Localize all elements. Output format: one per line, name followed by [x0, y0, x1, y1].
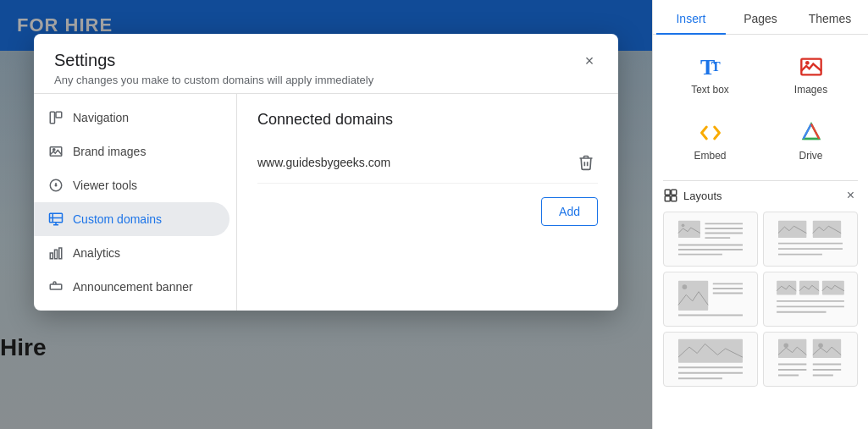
add-button-row: Add — [257, 197, 598, 226]
svg-rect-13 — [50, 284, 62, 289]
svg-point-3 — [53, 149, 55, 151]
svg-point-6 — [55, 184, 57, 186]
svg-text:T: T — [711, 59, 721, 74]
svg-point-53 — [783, 343, 788, 348]
layout-card-6[interactable] — [763, 332, 858, 387]
nav-item-custom-domains[interactable]: Custom domains — [34, 202, 229, 236]
nav-item-custom-domains-label: Custom domains — [73, 212, 162, 226]
nav-item-announcement-banner[interactable]: Announcement banner — [34, 270, 229, 304]
tab-pages[interactable]: Pages — [726, 0, 795, 34]
svg-rect-52 — [778, 339, 806, 358]
insert-textbox-label: Text box — [691, 84, 729, 96]
insert-items-grid: T T Text box Images — [663, 45, 858, 170]
nav-item-announcement-banner-label: Announcement banner — [73, 280, 193, 294]
navigation-icon — [47, 109, 64, 126]
nav-item-brand-images[interactable]: Brand images — [34, 135, 229, 168]
custom-domains-icon — [47, 211, 64, 228]
layouts-header-left: Layouts — [663, 188, 722, 203]
svg-rect-1 — [56, 112, 62, 118]
text-box-icon: T T — [697, 53, 724, 80]
content-title: Connected domains — [257, 111, 598, 129]
settings-modal: Settings Any changes you make to custom … — [34, 34, 618, 311]
svg-rect-48 — [678, 339, 743, 363]
insert-images-label: Images — [794, 84, 827, 96]
svg-rect-18 — [665, 190, 670, 195]
add-domain-button[interactable]: Add — [541, 197, 598, 226]
domain-row: www.guidesbygeeks.com — [257, 142, 598, 184]
layouts-close-button[interactable]: × — [843, 186, 858, 205]
drive-icon — [798, 119, 825, 146]
layouts-section-header: Layouts × — [663, 180, 858, 212]
settings-nav: Navigation Brand images Viewer tools — [34, 94, 237, 311]
insert-embed-item[interactable]: Embed — [663, 111, 757, 170]
embed-icon — [697, 119, 724, 146]
svg-rect-10 — [50, 253, 53, 259]
nav-item-viewer-tools[interactable]: Viewer tools — [34, 168, 229, 202]
panel-content: T T Text box Images — [653, 35, 868, 429]
right-panel: Insert Pages Themes T T Text box — [652, 0, 868, 429]
svg-rect-2 — [50, 147, 62, 157]
svg-point-23 — [682, 223, 685, 227]
insert-embed-label: Embed — [694, 150, 726, 162]
images-icon — [798, 53, 825, 80]
layout-card-2[interactable] — [763, 212, 858, 267]
insert-drive-item[interactable]: Drive — [764, 111, 858, 170]
modal-title: Settings — [54, 51, 598, 70]
svg-rect-20 — [665, 196, 670, 201]
svg-rect-12 — [59, 248, 62, 259]
panel-tabs: Insert Pages Themes — [653, 0, 868, 35]
domain-url: www.guidesbygeeks.com — [257, 156, 390, 169]
nav-item-brand-images-label: Brand images — [73, 145, 146, 158]
svg-rect-21 — [672, 196, 677, 201]
tab-themes[interactable]: Themes — [795, 0, 865, 34]
layout-card-3[interactable] — [663, 272, 758, 327]
modal-content-area: Connected domains www.guidesbygeeks.com … — [237, 94, 618, 311]
layouts-label: Layouts — [683, 190, 722, 202]
tab-insert[interactable]: Insert — [656, 0, 726, 34]
svg-point-17 — [805, 61, 810, 65]
layout-card-5[interactable] — [663, 332, 758, 387]
brand-images-icon — [47, 143, 64, 160]
svg-rect-36 — [678, 281, 708, 311]
analytics-icon — [47, 245, 64, 261]
svg-rect-19 — [672, 190, 677, 195]
nav-item-navigation-label: Navigation — [73, 111, 129, 124]
modal-close-button[interactable]: × — [578, 49, 601, 73]
nav-item-viewer-tools-label: Viewer tools — [73, 179, 137, 192]
insert-textbox-item[interactable]: T T Text box — [663, 45, 757, 104]
modal-subtitle: Any changes you make to custom domains w… — [54, 74, 598, 86]
nav-item-navigation[interactable]: Navigation — [34, 101, 229, 135]
svg-rect-11 — [55, 250, 58, 259]
layouts-icon — [663, 188, 678, 203]
announcement-icon — [47, 278, 64, 295]
modal-body: Navigation Brand images Viewer tools — [34, 94, 618, 311]
viewer-tools-icon — [47, 177, 64, 194]
layouts-grid — [663, 212, 858, 387]
svg-point-55 — [818, 343, 823, 348]
svg-point-37 — [683, 284, 688, 289]
modal-overlay: Settings Any changes you make to custom … — [0, 0, 652, 429]
svg-rect-0 — [50, 112, 54, 124]
nav-item-analytics[interactable]: Analytics — [34, 236, 229, 270]
modal-header: Settings Any changes you make to custom … — [34, 34, 618, 94]
svg-rect-54 — [813, 339, 841, 358]
insert-drive-label: Drive — [799, 150, 822, 162]
layout-card-4[interactable] — [763, 272, 858, 327]
insert-images-item[interactable]: Images — [764, 45, 858, 104]
delete-icon — [578, 154, 594, 171]
nav-item-analytics-label: Analytics — [73, 246, 120, 260]
layout-card-1[interactable] — [663, 212, 758, 267]
domain-delete-button[interactable] — [574, 151, 598, 174]
